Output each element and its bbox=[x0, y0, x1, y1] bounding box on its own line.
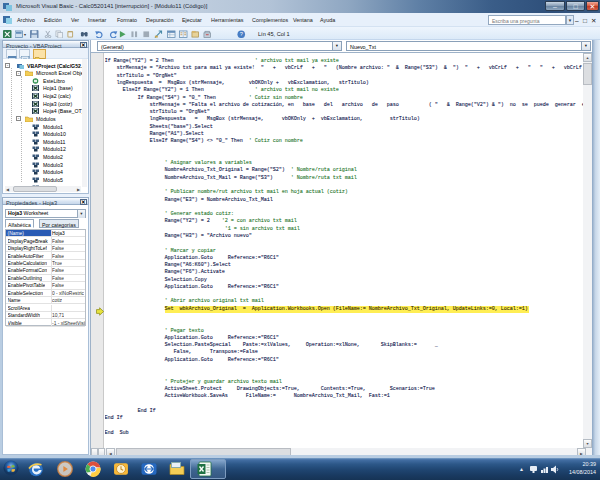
svg-text:?: ? bbox=[240, 31, 243, 37]
